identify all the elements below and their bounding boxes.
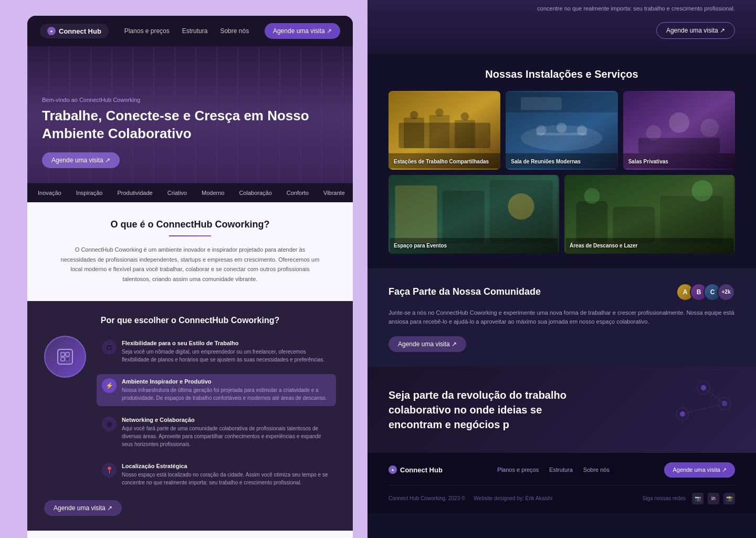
card-lounge: Áreas de Descanso e Lazer: [564, 175, 735, 254]
community-header: Faça Parte da Nossa Comunidade A B C +2k: [388, 283, 735, 301]
location-content: Localização Estratégica Nosso espaço est…: [122, 463, 331, 487]
footer-link-structure[interactable]: Estrutura: [549, 467, 573, 473]
tag-innovation: Inovação: [38, 190, 61, 196]
events-label: Espaço para Eventos: [394, 243, 447, 249]
nav-link-structure[interactable]: Estrutura: [182, 27, 208, 35]
svg-point-19: [577, 125, 587, 135]
instagram-icon[interactable]: 📷: [692, 493, 704, 504]
community-title: Faça Parte da Nossa Comunidade: [388, 286, 541, 297]
hero-cta-button[interactable]: Agende uma visita ↗: [42, 152, 120, 168]
card-meeting: Sala de Reuniões Modernas: [506, 91, 617, 170]
footer-copyright: Connect Hub Coworking. 2023 ©: [388, 495, 465, 501]
avatar-count: +2k: [717, 283, 735, 301]
svg-point-26: [700, 118, 719, 137]
svg-rect-21: [521, 97, 562, 110]
hero-title: Trabalhe, Conecte-se e Cresça em Nosso A…: [42, 107, 338, 143]
svg-rect-30: [395, 185, 437, 243]
networking-desc: Aqui você fará parte de uma comunidade c…: [122, 425, 331, 448]
location-icon: 📍: [102, 463, 117, 478]
tag-text: Produtividade: [117, 190, 152, 196]
footer-link-about[interactable]: Sobre nós: [583, 467, 610, 473]
svg-point-17: [537, 125, 547, 135]
tag-comfort: Conforto: [287, 190, 309, 196]
inspiring-title: Ambiente Inspirador e Produtivo: [122, 378, 331, 385]
linkedin-icon[interactable]: in: [708, 493, 719, 504]
location-desc: Nosso espaço está localizado no coração …: [122, 471, 331, 487]
installations-section: Nossas Instalações e Serviços: [368, 54, 756, 268]
nav-link-plans[interactable]: Planos e preços: [124, 27, 170, 35]
footer-logo-icon: ●: [388, 465, 397, 474]
card-events: Espaço para Eventos: [388, 175, 559, 254]
community-description: Junte-se a nós no ConnectHub Coworking e…: [388, 308, 735, 327]
installations-top-grid: Estações de Trabalho Compartilhadas: [388, 91, 735, 170]
footer: ● Connect Hub Planos e preços Estrutura …: [368, 453, 756, 514]
nav-links: Planos e preços Estrutura Sobre nós: [119, 27, 254, 35]
svg-point-40: [584, 188, 600, 204]
meeting-label: Sala de Reuniões Modernas: [511, 159, 581, 164]
why-feature-inspiring: ⚡ Ambiente Inspirador e Produtivo Nossa …: [97, 374, 336, 406]
svg-point-10: [410, 111, 418, 119]
svg-rect-1: [61, 353, 65, 356]
right-top-cta-button[interactable]: Agende uma visita ↗: [656, 22, 735, 39]
revolution-text: Seja parte da revolução do trabalho cola…: [388, 388, 598, 432]
flexibility-content: Flexibilidade para o seu Estilo de Traba…: [122, 340, 331, 364]
avatar-group: A B C +2k: [676, 283, 735, 301]
private-bg: [623, 91, 735, 170]
footer-bottom: Connect Hub Coworking. 2023 © Website de…: [388, 493, 735, 504]
events-bg: [388, 175, 559, 254]
svg-rect-3: [61, 357, 65, 361]
location-title: Localização Estratégica: [122, 463, 331, 469]
why-feature-location: 📍 Localização Estratégica Nosso espaço e…: [97, 459, 336, 491]
community-cta-button[interactable]: Agende uma visita ↗: [388, 336, 466, 352]
footer-brand-name: Connect Hub: [400, 466, 443, 474]
svg-point-39: [692, 180, 713, 201]
flexibility-title: Flexibilidade para o seu Estilo de Traba…: [122, 340, 331, 346]
svg-rect-8: [429, 115, 450, 148]
tag-text: Inspiração: [76, 190, 103, 196]
svg-point-24: [669, 112, 689, 133]
tag-modern: Moderno: [202, 190, 224, 196]
svg-point-11: [435, 108, 444, 117]
what-is-section: O que é o ConnectHub Coworking? O Connec…: [27, 202, 353, 301]
footer-link-plans[interactable]: Planos e preços: [497, 467, 539, 473]
why-features-list: ◻ Flexibilidade para o seu Estilo de Tra…: [97, 336, 336, 491]
networking-icon: ◎: [102, 417, 117, 431]
flexibility-icon: ◻: [102, 340, 117, 355]
svg-rect-9: [455, 120, 475, 148]
why-cta-button[interactable]: Agende uma visita ↗: [44, 500, 122, 516]
nav-cta-button[interactable]: Agende uma visita ↗: [265, 23, 340, 39]
svg-rect-37: [613, 206, 655, 243]
svg-point-33: [508, 193, 534, 220]
tag-vibrant: Vibrante: [323, 190, 345, 196]
svg-point-44: [680, 411, 685, 417]
twitter-icon[interactable]: 📸: [723, 493, 735, 504]
footer-cta-button[interactable]: Agende uma visita ↗: [664, 462, 735, 478]
card-workspace: Estações de Trabalho Compartilhadas: [388, 91, 500, 170]
networking-title: Networking e Colaboração: [122, 417, 331, 423]
social-label: Siga nossas redes: [643, 495, 686, 501]
tag-creative: Criativo: [167, 190, 187, 196]
revolution-decoration: [640, 377, 735, 430]
footer-logo: ● Connect Hub: [388, 465, 443, 474]
lounge-label: Áreas de Descanso e Lazer: [570, 243, 638, 249]
svg-point-12: [461, 112, 469, 121]
tags-bar: Inovação Inspiração Produtividade Criati…: [27, 183, 353, 202]
why-feature-flexibility: ◻ Flexibilidade para o seu Estilo de Tra…: [97, 336, 336, 368]
nav-link-about[interactable]: Sobre nós: [220, 27, 249, 35]
what-is-divider: [169, 235, 211, 236]
nav-logo[interactable]: ● Connect Hub: [40, 24, 109, 38]
svg-rect-38: [660, 196, 723, 243]
tag-productivity: Produtividade: [117, 190, 152, 196]
workspace-bg: [388, 91, 500, 170]
why-section: Por que escolher o ConnectHub Coworking?…: [27, 301, 353, 531]
why-title: Por que escolher o ConnectHub Coworking?: [44, 316, 336, 325]
svg-rect-31: [443, 191, 485, 243]
workspace-label: Estações de Trabalho Compartilhadas: [394, 159, 489, 164]
svg-rect-36: [576, 201, 608, 243]
card-private: Salas Privativas: [623, 91, 735, 170]
lounge-bg: [564, 175, 735, 254]
installations-bottom-grid: Espaço para Eventos: [388, 175, 735, 254]
hero-subtitle: Bem-vindo ao ConnectHub Coworking: [42, 97, 338, 103]
svg-rect-27: [638, 138, 720, 153]
tag-text: Inovação: [38, 190, 61, 196]
